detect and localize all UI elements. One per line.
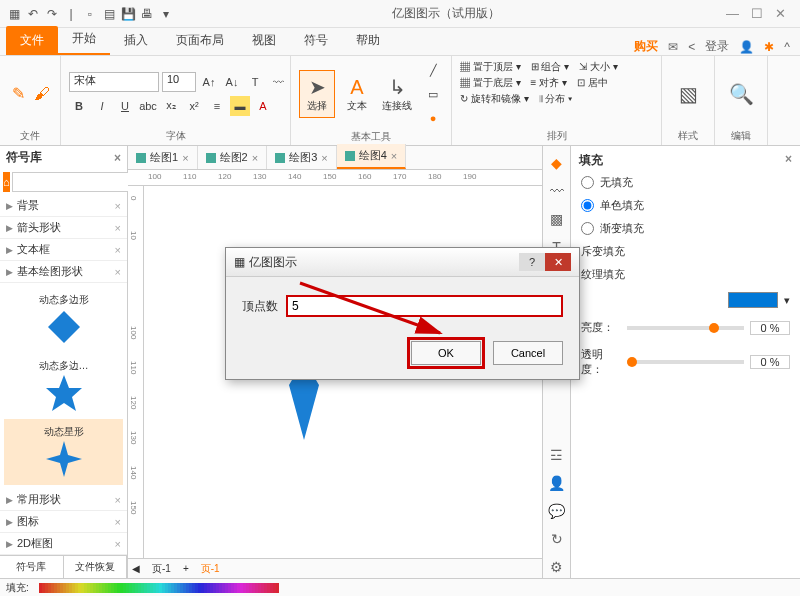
- send-back-button[interactable]: ▦ 置于底层 ▾: [460, 76, 521, 90]
- maximize-icon[interactable]: ☐: [751, 6, 763, 21]
- qat-more-icon[interactable]: ▾: [158, 6, 174, 22]
- history-icon[interactable]: ↻: [546, 528, 568, 550]
- minimize-icon[interactable]: —: [726, 6, 739, 21]
- tab-recovery[interactable]: 文件恢复: [64, 556, 128, 578]
- font-color-icon[interactable]: A: [253, 96, 273, 116]
- cat-arrow[interactable]: ▶箭头形状×: [0, 217, 127, 239]
- tab-view[interactable]: 视图: [238, 26, 290, 55]
- decrease-font-icon[interactable]: A↓: [222, 72, 242, 92]
- circle-icon[interactable]: ●: [423, 108, 443, 128]
- dropdown-icon[interactable]: ▾: [784, 294, 790, 307]
- brightness-value[interactable]: 0 %: [750, 321, 790, 335]
- save-icon[interactable]: 💾: [120, 6, 136, 22]
- tab-symbol[interactable]: 符号: [290, 26, 342, 55]
- layers-icon[interactable]: ☲: [546, 444, 568, 466]
- page-add-icon[interactable]: +: [183, 563, 189, 574]
- collapse-ribbon-icon[interactable]: ^: [784, 40, 790, 54]
- format-painter-icon[interactable]: 🖌: [32, 84, 52, 104]
- redo-icon[interactable]: ↷: [44, 6, 60, 22]
- dialog-titlebar[interactable]: ▦ 亿图图示 ? ✕: [226, 248, 579, 277]
- tab-help[interactable]: 帮助: [342, 26, 394, 55]
- doctab-2[interactable]: 绘图2×: [198, 146, 268, 169]
- comment-icon[interactable]: 💬: [546, 500, 568, 522]
- opt-solid[interactable]: 单色填充: [579, 194, 792, 217]
- doctab-4[interactable]: 绘图4×: [337, 144, 407, 169]
- underline-button[interactable]: U: [115, 96, 135, 116]
- help-icon[interactable]: ?: [519, 253, 545, 271]
- shape-dynamic-polygon[interactable]: 动态多边形: [4, 287, 123, 353]
- text-tool-icon[interactable]: T: [245, 72, 265, 92]
- cat-common[interactable]: ▶常用形状×: [0, 489, 127, 511]
- opt-pattern[interactable]: 斥变填充: [579, 240, 792, 263]
- doctab-1[interactable]: 绘图1×: [128, 146, 198, 169]
- text-tool[interactable]: A文本: [339, 70, 375, 118]
- shape-dynamic-poly2[interactable]: 动态多边…: [4, 353, 123, 419]
- close-icon[interactable]: ×: [114, 151, 121, 165]
- shape-dynamic-star[interactable]: 动态星形: [4, 419, 123, 485]
- print-icon[interactable]: 🖶: [139, 6, 155, 22]
- font-size-select[interactable]: 10: [162, 72, 196, 92]
- opacity-slider[interactable]: [627, 360, 744, 364]
- rotate-button[interactable]: ↻ 旋转和镜像 ▾: [460, 92, 529, 106]
- page-active[interactable]: 页-1: [195, 560, 226, 578]
- curve-icon[interactable]: 〰: [268, 72, 288, 92]
- style-button[interactable]: ▧: [670, 70, 706, 118]
- opt-texture[interactable]: 纹理填充: [579, 263, 792, 286]
- page-prev-icon[interactable]: ◀: [132, 563, 140, 574]
- size-button[interactable]: ⇲ 大小 ▾: [579, 60, 618, 74]
- mail-icon[interactable]: ✉: [668, 40, 678, 54]
- share-icon[interactable]: <: [688, 40, 695, 54]
- bullet-icon[interactable]: ≡: [207, 96, 227, 116]
- color-swatch[interactable]: [728, 292, 778, 308]
- open-icon[interactable]: ▤: [101, 6, 117, 22]
- undo-icon[interactable]: ↶: [25, 6, 41, 22]
- close-icon[interactable]: ×: [785, 152, 792, 169]
- group-button[interactable]: ⊞ 组合 ▾: [531, 60, 570, 74]
- highlight-icon[interactable]: ▬: [230, 96, 250, 116]
- apps-icon[interactable]: ✱: [764, 40, 774, 54]
- tab-start[interactable]: 开始: [58, 24, 110, 55]
- cat-basic[interactable]: ▶基本绘图形状×: [0, 261, 127, 283]
- cat-icons[interactable]: ▶图标×: [0, 511, 127, 533]
- increase-font-icon[interactable]: A↑: [199, 72, 219, 92]
- page-nav[interactable]: 页-1: [146, 560, 177, 578]
- strike-button[interactable]: abc: [138, 96, 158, 116]
- close-icon[interactable]: ✕: [775, 6, 786, 21]
- center-button[interactable]: ⊡ 居中: [577, 76, 608, 90]
- opt-gradient[interactable]: 渐变填充: [579, 217, 792, 240]
- fill-tool-icon[interactable]: ◆: [546, 152, 568, 174]
- sub-button[interactable]: x₂: [161, 96, 181, 116]
- cat-bg[interactable]: ▶背景×: [0, 195, 127, 217]
- align-button[interactable]: ≡ 对齐 ▾: [531, 76, 567, 90]
- bold-button[interactable]: B: [69, 96, 89, 116]
- tab-insert[interactable]: 插入: [110, 26, 162, 55]
- settings-icon[interactable]: ⚙: [546, 556, 568, 578]
- opt-nofill[interactable]: 无填充: [579, 171, 792, 194]
- vertex-input[interactable]: [286, 295, 563, 317]
- tab-layout[interactable]: 页面布局: [162, 26, 238, 55]
- bring-front-button[interactable]: ▦ 置于顶层 ▾: [460, 60, 521, 74]
- italic-button[interactable]: I: [92, 96, 112, 116]
- doctab-3[interactable]: 绘图3×: [267, 146, 337, 169]
- tab-file[interactable]: 文件: [6, 26, 58, 55]
- connector-tool[interactable]: ↳连接线: [379, 70, 415, 118]
- tab-shapelib[interactable]: 符号库: [0, 556, 64, 578]
- color-strip[interactable]: [39, 583, 279, 593]
- login-link[interactable]: 登录: [705, 38, 729, 55]
- brush-icon[interactable]: ✎: [8, 84, 28, 104]
- buy-link[interactable]: 购买: [634, 38, 658, 55]
- user-icon[interactable]: 👤: [546, 472, 568, 494]
- home-icon[interactable]: ⌂: [3, 172, 10, 192]
- line-icon[interactable]: ╱: [423, 60, 443, 80]
- line-tool-icon[interactable]: 〰: [546, 180, 568, 202]
- opacity-value[interactable]: 0 %: [750, 355, 790, 369]
- cancel-button[interactable]: Cancel: [493, 341, 563, 365]
- distribute-button[interactable]: ⫴ 分布 ▾: [539, 92, 573, 106]
- close-icon[interactable]: ✕: [545, 253, 571, 271]
- select-tool[interactable]: ➤选择: [299, 70, 335, 118]
- user-icon[interactable]: 👤: [739, 40, 754, 54]
- font-name-select[interactable]: 宋体: [69, 72, 159, 92]
- sup-button[interactable]: x²: [184, 96, 204, 116]
- ok-button[interactable]: OK: [411, 341, 481, 365]
- rect-icon[interactable]: ▭: [423, 84, 443, 104]
